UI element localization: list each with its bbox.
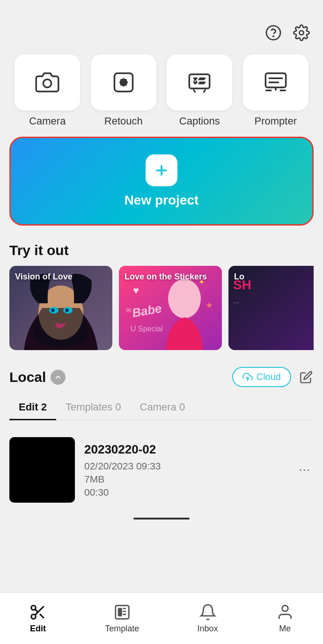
tools-section: Camera Retouch A Captions <box>0 51 323 137</box>
local-header: Local Cloud <box>9 367 314 387</box>
tool-camera[interactable]: Camera <box>15 54 80 127</box>
project-thumbnail <box>9 437 75 503</box>
try-card-partial[interactable]: SH ... Lo <box>228 266 314 350</box>
svg-point-14 <box>65 308 69 312</box>
help-icon[interactable] <box>263 22 284 43</box>
project-size: 7MB <box>84 474 286 485</box>
svg-point-35 <box>282 606 288 612</box>
scroll-indicator <box>133 518 190 520</box>
svg-point-27 <box>31 606 36 610</box>
person-icon <box>276 603 294 621</box>
tool-card-retouch <box>91 54 156 110</box>
nav-item-inbox[interactable]: Inbox <box>188 600 228 637</box>
tool-label-camera: Camera <box>29 115 66 127</box>
new-project-label: New project <box>125 193 199 208</box>
try-card-label-vision: Vision of Love <box>15 271 73 282</box>
tool-prompter[interactable]: Prompter <box>243 54 308 127</box>
scissors-icon <box>29 603 47 621</box>
settings-icon[interactable] <box>291 22 312 43</box>
project-info: 20230220-02 02/20/2023 09:33 7MB 00:30 <box>84 442 286 498</box>
svg-text:✉: ✉ <box>126 307 132 314</box>
tool-card-prompter <box>243 54 308 110</box>
tabs-row: Edit 2 Templates 0 Camera 0 <box>9 395 314 420</box>
svg-point-2 <box>300 31 304 35</box>
svg-text:♥: ♥ <box>133 285 139 296</box>
tab-templates[interactable]: Templates 0 <box>56 395 131 420</box>
svg-line-30 <box>40 614 44 618</box>
tab-edit-label: Edit 2 <box>19 401 47 413</box>
project-more-button[interactable]: ⋯ <box>295 461 314 479</box>
try-it-out-section: Try it out <box>0 237 323 359</box>
try-card-label-stickers: Love on the Stickers <box>125 271 207 282</box>
tool-label-prompter: Prompter <box>255 115 297 127</box>
bell-icon <box>199 603 217 621</box>
bottom-nav: Edit Template Inbox Me <box>0 593 323 644</box>
project-date: 02/20/2023 09:33 <box>84 461 286 472</box>
svg-point-13 <box>51 308 55 312</box>
new-project-button[interactable]: New project <box>9 137 314 226</box>
svg-rect-6 <box>190 74 210 88</box>
tool-captions[interactable]: A Captions <box>167 54 232 127</box>
try-card-stickers[interactable]: ♥ ✦ ✉ ★ Babe U Special Love on the Stick… <box>119 266 222 350</box>
try-it-out-scroll[interactable]: Vision of Love <box>9 266 314 350</box>
svg-point-28 <box>31 615 36 619</box>
svg-text:...: ... <box>233 297 239 305</box>
tab-templates-label: Templates 0 <box>66 401 121 413</box>
nav-label-edit: Edit <box>30 624 46 634</box>
edit-pencil-button[interactable] <box>299 370 314 385</box>
svg-point-16 <box>168 279 201 318</box>
local-section: Local Cloud <box>0 359 323 420</box>
table-row[interactable]: 20230220-02 02/20/2023 09:33 7MB 00:30 ⋯ <box>9 430 314 510</box>
tab-camera-label: Camera 0 <box>140 401 185 413</box>
try-card-vision[interactable]: Vision of Love <box>9 266 112 350</box>
tool-card-camera <box>15 54 80 110</box>
new-project-plus-icon <box>146 154 177 186</box>
tool-label-captions: Captions <box>179 115 220 127</box>
nav-label-me: Me <box>279 624 291 634</box>
try-card-label-partial: Lo <box>234 271 244 282</box>
nav-item-me[interactable]: Me <box>267 600 303 637</box>
tool-label-retouch: Retouch <box>104 115 143 127</box>
tab-edit[interactable]: Edit 2 <box>9 395 56 420</box>
template-icon <box>113 603 131 621</box>
cloud-button-label: Cloud <box>257 372 281 382</box>
local-title: Local <box>9 369 46 385</box>
svg-rect-8 <box>265 73 286 88</box>
tool-card-captions: A <box>167 54 232 110</box>
project-name: 20230220-02 <box>84 442 286 457</box>
new-project-section: New project <box>0 137 323 237</box>
local-actions: Cloud <box>232 367 314 387</box>
svg-line-31 <box>35 609 38 612</box>
svg-text:U Special: U Special <box>131 325 162 333</box>
local-sort-button[interactable] <box>51 370 66 385</box>
cloud-upload-button[interactable]: Cloud <box>232 367 291 387</box>
svg-point-3 <box>44 80 51 88</box>
project-duration: 00:30 <box>84 487 286 498</box>
project-list: 20230220-02 02/20/2023 09:33 7MB 00:30 ⋯ <box>0 430 323 520</box>
nav-label-inbox: Inbox <box>198 624 218 634</box>
nav-item-edit[interactable]: Edit <box>20 600 56 637</box>
local-title-group: Local <box>9 369 66 385</box>
svg-point-1 <box>273 36 274 37</box>
tool-retouch[interactable]: Retouch <box>91 54 156 127</box>
svg-point-0 <box>266 26 280 40</box>
try-it-out-title: Try it out <box>9 242 314 258</box>
svg-rect-32 <box>116 606 129 619</box>
svg-text:★: ★ <box>206 300 213 310</box>
nav-label-template: Template <box>105 624 139 634</box>
top-bar <box>0 0 323 51</box>
tab-camera[interactable]: Camera 0 <box>131 395 195 420</box>
nav-item-template[interactable]: Template <box>95 600 148 637</box>
